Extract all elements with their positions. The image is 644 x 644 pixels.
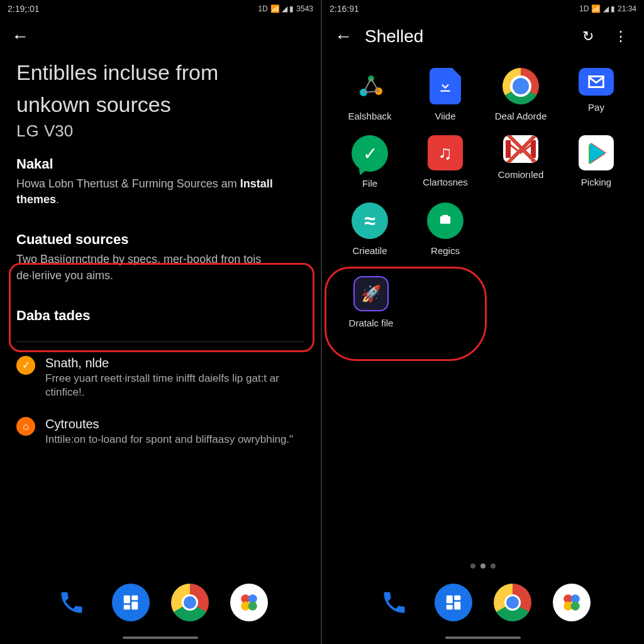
right-screenshot: 2:16:91 1D 📶 ◢ ▮ 21:34 ← Shelled ↻ ⋮ Eal… <box>322 0 644 644</box>
home-indicator[interactable] <box>123 636 198 639</box>
home-icon: ⌂ <box>16 417 35 436</box>
status-icons: 📶 ◢ ▮ <box>591 4 615 13</box>
left-screenshot: 2:19;:01 1D 📶 ◢ ▮ 3543 ← Entiblles inclu… <box>0 0 322 644</box>
svg-rect-13 <box>447 596 453 604</box>
rocket-icon: 🚀 <box>353 276 389 311</box>
app-dratalc-file[interactable]: 🚀 Dratalc file <box>333 271 409 332</box>
list-item-body: Snath, nlde Frree yuart reett·irstall ti… <box>45 356 304 399</box>
status-time: 2:16:91 <box>330 4 359 14</box>
home-indicator[interactable] <box>445 636 521 639</box>
back-arrow-icon[interactable]: ← <box>335 26 352 47</box>
app-label: Clartosnes <box>423 177 468 187</box>
list-item-title: Snath, nlde <box>45 356 304 370</box>
list-item-desc: Inttile:on to-loand for spont and bliffa… <box>45 433 304 447</box>
app-ealshback[interactable]: Ealshback <box>333 63 406 125</box>
page-title: Shelled <box>365 26 566 47</box>
dock <box>322 584 644 621</box>
app-label: Crieatile <box>352 245 387 256</box>
apps-grid: Ealshback Viide Deal Adorde Pay ✓ File ♫… <box>322 55 644 260</box>
mail-icon <box>579 68 614 96</box>
status-battery-text: 3543 <box>296 4 313 13</box>
svg-rect-0 <box>124 596 130 604</box>
section-title: Cuatued sources <box>16 231 304 248</box>
photos-icon[interactable] <box>230 584 268 621</box>
play-store-icon <box>579 135 614 170</box>
page-subtitle: LG V30 <box>0 119 321 152</box>
app-deal-adorde[interactable]: Deal Adorde <box>484 63 557 125</box>
app-label: Picking <box>581 177 611 187</box>
app-viide[interactable]: Viide <box>409 63 482 125</box>
section-desc: Howa Lobn Thertust & Furming Sources am … <box>16 176 304 208</box>
section-cuatued[interactable]: Cuatued sources Two Basiíornctnde by spe… <box>0 216 321 292</box>
status-right: 1D 📶 ◢ ▮ 3543 <box>258 4 313 13</box>
app-clartosnes[interactable]: ♫ Clartosnes <box>409 130 482 192</box>
share-icon <box>352 68 388 104</box>
svg-rect-1 <box>131 596 138 601</box>
header: ← Shelled ↻ ⋮ <box>322 18 644 55</box>
status-right: 1D 📶 ◢ ▮ 21:34 <box>579 4 636 13</box>
chrome-icon[interactable] <box>494 584 531 621</box>
app-label: File <box>362 178 377 189</box>
page-title-line1: Entiblles incluse from <box>0 55 321 87</box>
list-item-body: Cytroutes Inttile:on to-loand for spont … <box>45 417 304 447</box>
svg-rect-16 <box>447 605 453 610</box>
refresh-icon[interactable]: ↻ <box>579 28 597 45</box>
apps-icon[interactable] <box>435 584 472 621</box>
list-item-desc: Frree yuart reett·irstall time inifft da… <box>45 372 304 399</box>
back-arrow-icon[interactable]: ← <box>11 26 29 47</box>
status-icons: 📶 ◢ ▮ <box>270 4 294 13</box>
app-label: Deal Adorde <box>495 111 547 121</box>
svg-point-20 <box>571 602 580 611</box>
chrome-icon[interactable] <box>171 584 209 621</box>
music-icon: ♫ <box>428 135 463 170</box>
phone-icon[interactable] <box>375 584 413 621</box>
subtitle-brand: LG <box>16 121 40 140</box>
status-bar: 2:19;:01 1D 📶 ◢ ▮ 3543 <box>0 0 321 18</box>
chrome-icon <box>502 68 539 104</box>
dot <box>491 564 496 569</box>
section-desc: Two Basiíornctnde by specs, mer-bookd fr… <box>16 252 304 283</box>
svg-point-7 <box>248 602 257 611</box>
spotify-icon <box>352 203 388 239</box>
header: ← <box>0 18 321 55</box>
section-title: Nakal <box>16 156 304 172</box>
gmail-icon <box>503 135 538 163</box>
status-indicator: 1D <box>579 4 589 13</box>
section-daba[interactable]: Daba tades <box>0 292 321 336</box>
status-indicator: 1D <box>258 4 267 13</box>
divider <box>16 341 304 342</box>
check-icon: ✓ <box>352 135 388 172</box>
svg-rect-3 <box>124 605 130 610</box>
svg-rect-12 <box>442 215 448 218</box>
photos-icon[interactable] <box>553 584 591 621</box>
list-item-title: Cytroutes <box>45 417 304 431</box>
app-label: Pay <box>588 102 604 113</box>
extra-apps-row: 🚀 Dratalc file <box>322 260 644 332</box>
more-icon[interactable]: ⋮ <box>610 28 631 45</box>
svg-rect-2 <box>131 602 138 610</box>
list-item[interactable]: ⌂ Cytroutes Inttile:on to-loand for spon… <box>0 408 321 455</box>
app-file[interactable]: ✓ File <box>333 130 406 192</box>
list-item[interactable]: ✓ Snath, nlde Frree yuart reett·irstall … <box>0 347 321 408</box>
app-label: Viide <box>435 111 455 121</box>
section-title: Daba tades <box>16 308 304 324</box>
app-comiorled[interactable]: Comiorıled <box>484 130 557 192</box>
dock <box>0 584 321 621</box>
app-crieatile[interactable]: Crieatile <box>333 197 406 260</box>
chat-icon <box>427 203 464 239</box>
apps-icon[interactable] <box>112 584 150 621</box>
page-indicator <box>470 564 496 569</box>
app-label: Dratalc file <box>349 318 394 328</box>
app-pay[interactable]: Pay <box>560 63 633 125</box>
subtitle-model: V30 <box>44 121 73 140</box>
app-regics[interactable]: Regics <box>409 197 482 260</box>
dot-active <box>480 564 486 569</box>
svg-rect-11 <box>440 216 450 224</box>
section-nakal[interactable]: Nakal Howa Lobn Thertust & Furming Sourc… <box>0 152 321 216</box>
page-title-line2: unkown sources <box>0 87 321 119</box>
phone-icon[interactable] <box>53 584 91 621</box>
app-picking[interactable]: Picking <box>560 130 633 192</box>
status-time: 2:19;:01 <box>8 4 40 14</box>
check-icon: ✓ <box>16 356 35 375</box>
status-battery-text: 21:34 <box>618 4 636 13</box>
